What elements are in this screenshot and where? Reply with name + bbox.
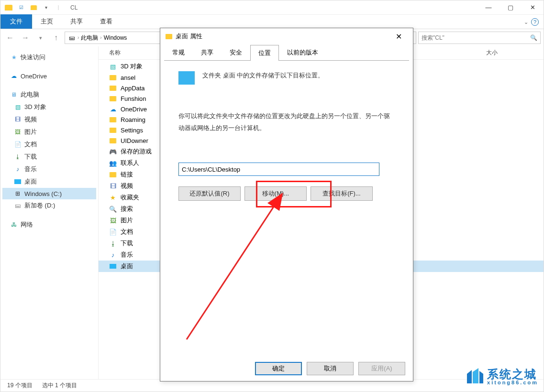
tree-label: OneDrive	[21, 73, 47, 80]
music-icon: ♪	[109, 251, 117, 259]
tree-onedrive[interactable]: ☁OneDrive	[2, 70, 96, 82]
drive-icon: 🖴	[68, 34, 76, 42]
windows-drive-icon: ⊞	[14, 190, 22, 197]
status-count: 19 个项目	[7, 381, 33, 390]
location-path-input[interactable]	[178, 163, 379, 176]
tab-security[interactable]: 安全	[222, 44, 250, 60]
tree-label: 快速访问	[21, 53, 45, 62]
list-label: 图片	[121, 216, 133, 225]
window-title: CL	[70, 4, 78, 11]
saved-games-icon: 🎮	[109, 148, 117, 155]
folder-icon	[109, 74, 117, 81]
apply-button[interactable]: 应用(A)	[358, 362, 405, 375]
tree-downloads[interactable]: ⭳下载	[2, 151, 96, 163]
image-icon: 🖼	[109, 217, 117, 224]
drive-icon: 🖴	[14, 202, 22, 209]
qat-new-folder-icon[interactable]	[28, 2, 39, 13]
location-heading: 文件夹 桌面 中的文件存储于以下目标位置。	[202, 71, 324, 80]
tree-quick-access[interactable]: ★快速访问	[2, 51, 96, 64]
nav-forward-button[interactable]: →	[19, 31, 32, 44]
nav-up-button[interactable]: ↑	[49, 31, 63, 44]
folder-icon	[109, 137, 117, 144]
tree-3d-objects[interactable]: ▧3D 对象	[2, 101, 96, 113]
qat-dropdown[interactable]: ▾	[41, 2, 51, 13]
nav-back-button[interactable]: ←	[3, 31, 17, 44]
tree-this-pc[interactable]: 🖥此电脑	[2, 88, 96, 101]
tree-videos[interactable]: 🎞视频	[2, 113, 96, 126]
cancel-button[interactable]: 取消	[307, 362, 354, 375]
star-icon: ★	[10, 54, 18, 61]
search-input[interactable]	[422, 34, 530, 41]
search-icon[interactable]: 🔍	[530, 34, 537, 41]
folder-icon	[109, 84, 117, 92]
watermark: 系统之城 xitong86.com	[465, 367, 538, 386]
pc-icon: 🖥	[10, 91, 18, 98]
list-label: AppData	[121, 85, 145, 92]
tree-network[interactable]: 🖧网络	[2, 218, 96, 231]
annotation-highlight-box	[256, 181, 332, 207]
ribbon-collapse[interactable]: ⌄?	[519, 15, 544, 29]
tree-label: 文档	[24, 140, 37, 149]
ribbon-tab-file[interactable]: 文件	[0, 14, 32, 29]
tree-label: 下载	[24, 152, 37, 161]
ribbon-tab-share[interactable]: 共享	[62, 14, 91, 29]
list-label: 下载	[121, 239, 133, 248]
tree-music[interactable]: ♪音乐	[2, 163, 96, 175]
tree-label: 网络	[21, 220, 33, 229]
tree-pictures[interactable]: 🖼图片	[2, 126, 96, 138]
tree-label: 音乐	[24, 165, 37, 174]
nav-history-dropdown[interactable]: ▾	[34, 31, 47, 44]
minimize-button[interactable]: —	[477, 0, 500, 15]
tree-label: 此电脑	[21, 90, 39, 99]
ribbon-tab-home[interactable]: 主页	[32, 14, 62, 29]
search-box[interactable]: 🔍	[418, 32, 541, 44]
search-folder-icon: 🔍	[109, 205, 117, 213]
desktop-icon	[109, 262, 117, 270]
list-label: 文档	[121, 228, 133, 236]
tree-drive-d[interactable]: 🖴新加卷 (D:)	[2, 199, 96, 212]
folder-icon	[165, 33, 173, 40]
list-label: 搜索	[121, 205, 133, 213]
video-icon: 🎞	[109, 182, 117, 190]
breadcrumb-pc[interactable]: 此电脑	[81, 35, 98, 41]
cube-icon: ▧	[14, 103, 22, 111]
list-label: Settings	[121, 127, 143, 134]
image-icon: 🖼	[14, 128, 22, 136]
download-icon: ⭳	[109, 240, 117, 247]
tree-drive-c[interactable]: ⊞Windows (C:)	[2, 188, 96, 199]
watermark-url: xitong86.com	[487, 380, 538, 386]
dialog-close-button[interactable]: ✕	[389, 30, 408, 43]
ok-button[interactable]: 确定	[255, 362, 302, 375]
watermark-logo-icon	[465, 367, 484, 386]
tab-previous-versions[interactable]: 以前的版本	[279, 44, 326, 60]
tree-label: 视频	[24, 115, 37, 124]
maximize-button[interactable]: ▢	[500, 0, 522, 15]
folder-icon	[109, 116, 117, 123]
tree-desktop[interactable]: 桌面	[2, 175, 96, 188]
tab-general[interactable]: 常规	[164, 44, 193, 60]
quick-access-toolbar: ☑ ▾ |	[0, 2, 67, 13]
ribbon: 文件 主页 共享 查看 ⌄?	[0, 15, 544, 29]
column-size[interactable]: 大小	[486, 49, 544, 57]
ribbon-tab-view[interactable]: 查看	[91, 14, 121, 29]
list-label: 保存的游戏	[121, 147, 152, 156]
tab-share[interactable]: 共享	[193, 44, 222, 60]
dialog-titlebar: 桌面 属性 ✕	[160, 28, 413, 44]
network-icon: 🖧	[10, 221, 18, 229]
list-label: 链接	[121, 170, 133, 179]
tree-label: 新加卷 (D:)	[24, 201, 55, 210]
dialog-title: 桌面 属性	[176, 32, 202, 41]
list-label: 音乐	[121, 250, 133, 259]
list-label: ansel	[121, 74, 135, 81]
breadcrumb-drive[interactable]: Windows	[104, 35, 127, 41]
breadcrumb-sep: ›	[100, 35, 101, 40]
close-button[interactable]: ✕	[522, 0, 544, 15]
qat-check-icon[interactable]: ☑	[16, 2, 26, 13]
titlebar: ☑ ▾ | CL — ▢ ✕	[0, 0, 544, 15]
tab-location[interactable]: 位置	[250, 45, 279, 61]
restore-default-button[interactable]: 还原默认值(R)	[178, 186, 241, 201]
tree-documents[interactable]: 📄文档	[2, 138, 96, 151]
cloud-icon: ☁	[10, 72, 18, 80]
download-icon: ⭳	[14, 153, 22, 161]
contacts-icon: 👥	[109, 159, 117, 167]
